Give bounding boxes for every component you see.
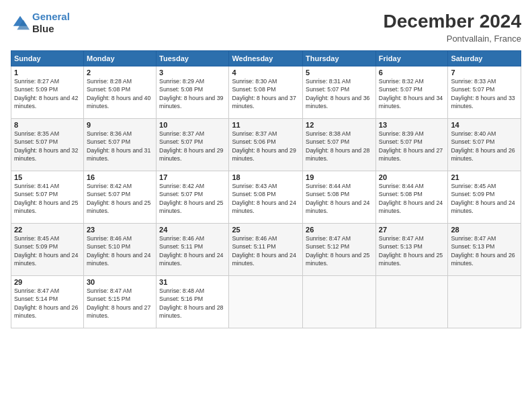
table-row: 27 Sunrise: 8:47 AMSunset: 5:13 PMDaylig… xyxy=(375,224,448,276)
table-row: 3 Sunrise: 8:29 AMSunset: 5:08 PMDayligh… xyxy=(157,66,229,119)
table-row: 19 Sunrise: 8:44 AMSunset: 5:08 PMDaylig… xyxy=(303,171,376,224)
day-number: 16 xyxy=(87,173,153,181)
day-number: 14 xyxy=(451,121,518,129)
table-row: 26 Sunrise: 8:47 AMSunset: 5:12 PMDaylig… xyxy=(303,224,376,276)
table-row: 11 Sunrise: 8:37 AMSunset: 5:06 PMDaylig… xyxy=(229,119,303,171)
day-info: Sunrise: 8:43 AMSunset: 5:08 PMDaylight:… xyxy=(232,183,296,214)
table-row: 12 Sunrise: 8:38 AMSunset: 5:07 PMDaylig… xyxy=(303,119,376,171)
day-number: 19 xyxy=(306,173,373,181)
day-number: 25 xyxy=(232,226,300,234)
day-number: 10 xyxy=(159,121,226,129)
logo: General Blue xyxy=(11,11,70,35)
day-number: 8 xyxy=(14,121,81,129)
day-info: Sunrise: 8:47 AMSunset: 5:15 PMDaylight:… xyxy=(87,287,150,319)
day-info: Sunrise: 8:38 AMSunset: 5:07 PMDaylight:… xyxy=(306,130,369,162)
day-number: 30 xyxy=(87,278,153,286)
day-number: 31 xyxy=(159,278,226,286)
day-info: Sunrise: 8:46 AMSunset: 5:11 PMDaylight:… xyxy=(159,235,223,267)
table-row: 5 Sunrise: 8:31 AMSunset: 5:07 PMDayligh… xyxy=(303,66,376,119)
table-row: 8 Sunrise: 8:35 AMSunset: 5:07 PMDayligh… xyxy=(11,119,84,171)
header: General Blue December 2024 Pontvallain, … xyxy=(11,11,521,44)
day-info: Sunrise: 8:36 AMSunset: 5:07 PMDaylight:… xyxy=(87,130,150,162)
table-row: 13 Sunrise: 8:39 AMSunset: 5:07 PMDaylig… xyxy=(375,119,448,171)
day-info: Sunrise: 8:32 AMSunset: 5:07 PMDaylight:… xyxy=(379,78,443,109)
table-row: 16 Sunrise: 8:42 AMSunset: 5:07 PMDaylig… xyxy=(83,171,156,224)
table-row: 28 Sunrise: 8:47 AMSunset: 5:13 PMDaylig… xyxy=(448,224,521,276)
table-row: 31 Sunrise: 8:48 AMSunset: 5:16 PMDaylig… xyxy=(157,276,229,328)
logo-text: General Blue xyxy=(32,11,70,35)
table-row: 6 Sunrise: 8:32 AMSunset: 5:07 PMDayligh… xyxy=(375,66,448,119)
calendar-table: Sunday Monday Tuesday Wednesday Thursday… xyxy=(11,50,521,328)
day-info: Sunrise: 8:44 AMSunset: 5:08 PMDaylight:… xyxy=(379,183,443,214)
day-number: 7 xyxy=(451,68,518,77)
day-number: 9 xyxy=(87,121,153,129)
day-info: Sunrise: 8:48 AMSunset: 5:16 PMDaylight:… xyxy=(159,287,223,319)
calendar-week-row: 8 Sunrise: 8:35 AMSunset: 5:07 PMDayligh… xyxy=(11,119,521,171)
table-row: 20 Sunrise: 8:44 AMSunset: 5:08 PMDaylig… xyxy=(375,171,448,224)
day-info: Sunrise: 8:28 AMSunset: 5:08 PMDaylight:… xyxy=(87,78,150,109)
table-row xyxy=(375,276,448,328)
table-row: 25 Sunrise: 8:46 AMSunset: 5:11 PMDaylig… xyxy=(229,224,303,276)
table-row: 14 Sunrise: 8:40 AMSunset: 5:07 PMDaylig… xyxy=(448,119,521,171)
day-info: Sunrise: 8:46 AMSunset: 5:11 PMDaylight:… xyxy=(232,235,296,267)
day-info: Sunrise: 8:42 AMSunset: 5:07 PMDaylight:… xyxy=(159,183,223,214)
day-number: 6 xyxy=(379,68,445,77)
day-number: 26 xyxy=(306,226,373,234)
subtitle: Pontvallain, France xyxy=(384,34,521,44)
day-info: Sunrise: 8:47 AMSunset: 5:14 PMDaylight:… xyxy=(14,287,78,319)
logo-icon xyxy=(11,13,30,32)
table-row xyxy=(229,276,303,328)
day-number: 21 xyxy=(451,173,518,181)
table-row xyxy=(448,276,521,328)
day-number: 3 xyxy=(159,68,226,77)
logo-line2: Blue xyxy=(32,23,70,35)
day-info: Sunrise: 8:31 AMSunset: 5:07 PMDaylight:… xyxy=(306,78,369,109)
page: General Blue December 2024 Pontvallain, … xyxy=(0,0,532,411)
calendar-week-row: 1 Sunrise: 8:27 AMSunset: 5:09 PMDayligh… xyxy=(11,66,521,119)
day-number: 4 xyxy=(232,68,300,77)
col-wednesday: Wednesday xyxy=(229,51,303,66)
day-number: 2 xyxy=(87,68,153,77)
table-row: 22 Sunrise: 8:45 AMSunset: 5:09 PMDaylig… xyxy=(11,224,84,276)
table-row: 7 Sunrise: 8:33 AMSunset: 5:07 PMDayligh… xyxy=(448,66,521,119)
table-row: 2 Sunrise: 8:28 AMSunset: 5:08 PMDayligh… xyxy=(83,66,156,119)
day-info: Sunrise: 8:42 AMSunset: 5:07 PMDaylight:… xyxy=(87,183,150,214)
day-info: Sunrise: 8:27 AMSunset: 5:09 PMDaylight:… xyxy=(14,78,78,109)
day-number: 18 xyxy=(232,173,300,181)
day-number: 12 xyxy=(306,121,373,129)
table-row: 1 Sunrise: 8:27 AMSunset: 5:09 PMDayligh… xyxy=(11,66,84,119)
day-info: Sunrise: 8:47 AMSunset: 5:12 PMDaylight:… xyxy=(306,235,369,267)
day-info: Sunrise: 8:37 AMSunset: 5:06 PMDaylight:… xyxy=(232,130,296,162)
day-number: 17 xyxy=(159,173,226,181)
col-tuesday: Tuesday xyxy=(157,51,229,66)
day-number: 15 xyxy=(14,173,81,181)
day-info: Sunrise: 8:44 AMSunset: 5:08 PMDaylight:… xyxy=(306,183,369,214)
table-row: 30 Sunrise: 8:47 AMSunset: 5:15 PMDaylig… xyxy=(83,276,156,328)
table-row: 24 Sunrise: 8:46 AMSunset: 5:11 PMDaylig… xyxy=(157,224,229,276)
calendar-week-row: 22 Sunrise: 8:45 AMSunset: 5:09 PMDaylig… xyxy=(11,224,521,276)
table-row xyxy=(303,276,376,328)
day-info: Sunrise: 8:30 AMSunset: 5:08 PMDaylight:… xyxy=(232,78,296,109)
day-info: Sunrise: 8:41 AMSunset: 5:07 PMDaylight:… xyxy=(14,183,78,214)
day-info: Sunrise: 8:47 AMSunset: 5:13 PMDaylight:… xyxy=(379,235,443,267)
table-row: 21 Sunrise: 8:45 AMSunset: 5:09 PMDaylig… xyxy=(448,171,521,224)
calendar-body: 1 Sunrise: 8:27 AMSunset: 5:09 PMDayligh… xyxy=(11,66,521,328)
table-row: 9 Sunrise: 8:36 AMSunset: 5:07 PMDayligh… xyxy=(83,119,156,171)
day-info: Sunrise: 8:39 AMSunset: 5:07 PMDaylight:… xyxy=(379,130,443,162)
day-number: 29 xyxy=(14,278,81,286)
day-number: 20 xyxy=(379,173,445,181)
table-row: 29 Sunrise: 8:47 AMSunset: 5:14 PMDaylig… xyxy=(11,276,84,328)
col-thursday: Thursday xyxy=(303,51,376,66)
col-monday: Monday xyxy=(83,51,156,66)
day-info: Sunrise: 8:29 AMSunset: 5:08 PMDaylight:… xyxy=(159,78,223,109)
col-sunday: Sunday xyxy=(11,51,84,66)
table-row: 10 Sunrise: 8:37 AMSunset: 5:07 PMDaylig… xyxy=(157,119,229,171)
col-saturday: Saturday xyxy=(448,51,521,66)
calendar-week-row: 29 Sunrise: 8:47 AMSunset: 5:14 PMDaylig… xyxy=(11,276,521,328)
day-number: 11 xyxy=(232,121,300,129)
day-info: Sunrise: 8:37 AMSunset: 5:07 PMDaylight:… xyxy=(159,130,223,162)
table-row: 15 Sunrise: 8:41 AMSunset: 5:07 PMDaylig… xyxy=(11,171,84,224)
main-title: December 2024 xyxy=(384,11,521,32)
day-number: 27 xyxy=(379,226,445,234)
day-info: Sunrise: 8:47 AMSunset: 5:13 PMDaylight:… xyxy=(451,235,515,267)
